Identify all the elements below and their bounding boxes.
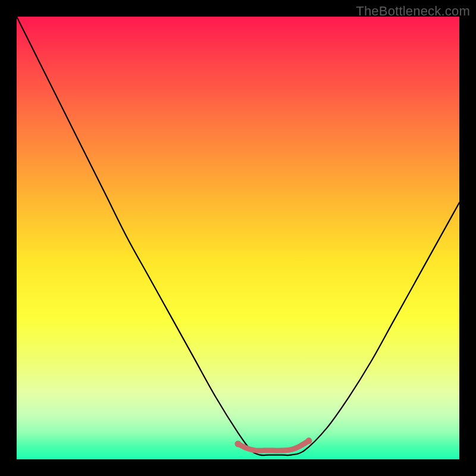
plot-area [17, 17, 459, 459]
flat-marker-endpoint [235, 441, 242, 447]
chart-container: TheBottleneck.com [0, 0, 476, 476]
flat-marker-line [238, 441, 309, 451]
curve-line [17, 17, 459, 455]
chart-svg [17, 17, 459, 459]
flat-marker-endpoint [306, 437, 312, 444]
